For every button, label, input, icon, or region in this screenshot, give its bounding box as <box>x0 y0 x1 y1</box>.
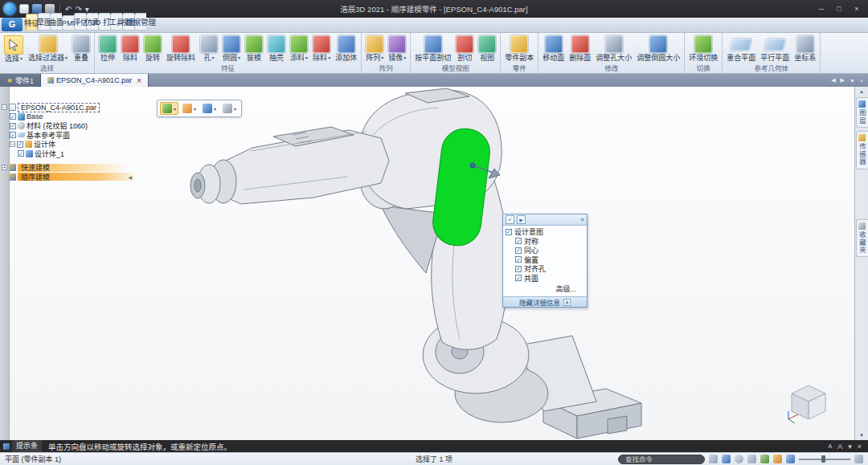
expand-toggle[interactable]: + <box>2 165 7 170</box>
fit-view-icon[interactable] <box>709 455 718 463</box>
checkbox[interactable]: ✓ <box>515 275 522 281</box>
minimize-button[interactable]: ─ <box>813 2 829 15</box>
dock-panel-icon[interactable]: » <box>581 216 584 223</box>
font-increase-icon[interactable]: A <box>837 443 842 451</box>
select-button[interactable]: 选择▾ <box>2 35 26 63</box>
redo-icon[interactable]: ↷ <box>75 5 81 14</box>
tab-surface[interactable]: 曲面 <box>50 13 62 31</box>
hole-button[interactable]: 孔▾ <box>198 35 220 63</box>
settings-tool-button[interactable]: ▾ <box>220 102 239 115</box>
collapse-toggle[interactable]: − <box>10 141 15 147</box>
option-coplanar[interactable]: ✓ 共面 <box>506 274 584 283</box>
ordered-modeling-bar[interactable]: 顺序建模 ◀ <box>18 173 135 181</box>
checkbox[interactable]: ✓ <box>515 238 522 244</box>
collapse-arrow-icon[interactable]: ◀ <box>128 174 132 180</box>
resize-hole-button[interactable]: 调整孔大小 <box>593 35 634 63</box>
window-layout-icon[interactable] <box>854 455 863 463</box>
new-document-icon[interactable] <box>19 4 29 14</box>
prompt-menu-icon[interactable]: ▾ <box>848 443 852 451</box>
visibility-checkbox[interactable]: ✓ <box>18 150 24 157</box>
tab-scroll-left-icon[interactable]: ◀ <box>831 77 835 84</box>
tree-row-reference-planes[interactable]: ✓ 基本参考平面 <box>2 131 177 141</box>
tree-root-label[interactable]: EPSON_C4-A901C.par <box>18 103 100 112</box>
tree-row-root[interactable]: − EPSON_C4-A901C.par <box>2 103 177 112</box>
prompt-close-icon[interactable]: × <box>858 443 862 451</box>
section-button[interactable]: 剖切 <box>453 35 476 63</box>
option-symmetry[interactable]: ✓ 对称 <box>506 237 584 247</box>
tree-row-ordered-modeling[interactable]: 顺序建模 ◀ <box>2 173 177 182</box>
design-intent-header[interactable]: ✓ ▶ » <box>503 214 587 226</box>
visibility-checkbox[interactable]: ✓ <box>10 123 16 129</box>
font-decrease-icon[interactable]: A <box>829 443 833 449</box>
tab-list-icon[interactable]: ▼ <box>850 78 855 84</box>
display-options-icon[interactable] <box>786 455 795 463</box>
add-body-button[interactable]: 添加体 <box>333 35 359 63</box>
revolved-cut-button[interactable]: 旋转除料 <box>164 35 198 63</box>
scroll-down-icon[interactable]: ▼ <box>859 430 864 440</box>
view-button[interactable]: 视图 <box>476 35 498 63</box>
zoom-icon[interactable] <box>735 455 743 463</box>
part-copy-button[interactable]: 零件副本 <box>502 35 536 63</box>
parallel-plane-button[interactable]: 平行平面 <box>758 35 792 63</box>
command-search-input[interactable] <box>618 455 705 464</box>
visibility-checkbox[interactable]: ✓ <box>10 113 16 120</box>
round-button[interactable]: 倒圆▾ <box>220 35 243 63</box>
clipboard-tool-button[interactable]: ▾ <box>180 102 199 115</box>
checkbox[interactable]: ✓ <box>515 247 522 254</box>
section-by-plane-button[interactable]: 按平面剖切 <box>412 35 453 63</box>
play-button[interactable]: ▶ <box>517 215 526 224</box>
tree-row-design-body[interactable]: − ✓ 设计体 <box>2 140 177 149</box>
collapse-toggle[interactable]: − <box>2 104 7 110</box>
close-button[interactable]: × <box>849 2 865 15</box>
draft-button[interactable]: 拔模 <box>243 35 265 63</box>
sketch-tool-button[interactable]: ▾ <box>160 102 178 115</box>
shell-button[interactable]: 抽壳 <box>265 35 288 63</box>
document-tab-epson[interactable]: EPSON_C4-A901C.par × <box>41 74 149 87</box>
move-face-button[interactable]: 移动面 <box>540 35 567 63</box>
app-menu-button[interactable]: G <box>2 18 23 31</box>
scroll-up-icon[interactable]: ▲ <box>859 87 864 96</box>
design-intent-master-row[interactable]: ✓ 设计意图 <box>506 227 584 237</box>
visibility-checkbox[interactable]: ✓ <box>17 141 23 148</box>
mirror-button[interactable]: 镜像▾ <box>386 35 408 63</box>
tree-row-design-body-1[interactable]: ✓ 设计体_1 <box>2 149 177 159</box>
tab-favorites[interactable]: 收藏夹 <box>856 219 868 258</box>
option-aligned-holes[interactable]: ✓ 对齐孔 <box>506 264 584 274</box>
tab-bar-close-icon[interactable]: × <box>860 78 863 84</box>
visibility-checkbox[interactable]: ✓ <box>10 132 16 138</box>
delete-face-button[interactable]: 删除面 <box>567 35 593 63</box>
body-tool-button[interactable]: ▾ <box>200 102 219 115</box>
switch-environment-button[interactable]: 环境切换 <box>686 35 720 63</box>
hide-details-button[interactable]: 隐藏详细信息 ∧ <box>503 296 587 307</box>
tab-sensors[interactable]: 传感器 <box>856 131 868 169</box>
resize-round-button[interactable]: 调整倒圆大小 <box>634 35 682 63</box>
select-filter-button[interactable]: 选择过滤器▾ <box>26 35 70 63</box>
view-style-icon[interactable] <box>773 455 782 463</box>
revolve-button[interactable]: 旋转 <box>141 35 164 63</box>
tab-close-icon[interactable]: × <box>137 76 141 85</box>
tab-scroll-right-icon[interactable]: ▶ <box>841 77 845 84</box>
tab-data-management[interactable]: 数据管理 <box>134 13 146 31</box>
accept-button[interactable]: ✓ <box>506 215 514 224</box>
rotate-view-icon[interactable] <box>760 455 769 463</box>
checkbox[interactable]: ✓ <box>506 229 512 235</box>
qat-menu-icon[interactable]: ▾ <box>85 5 89 14</box>
view-cube[interactable] <box>782 377 833 424</box>
cut-button[interactable]: 除料 <box>119 35 141 63</box>
coincident-plane-button[interactable]: 重合平面 <box>724 35 758 63</box>
undo-icon[interactable]: ↶ <box>65 5 72 14</box>
quick-modeling-bar[interactable]: 快速建模 <box>18 164 127 172</box>
app-logo-icon[interactable] <box>3 2 16 15</box>
coordinate-system-button[interactable]: 坐标系 <box>792 35 818 63</box>
remove-material-button[interactable]: 除料▾ <box>310 35 333 63</box>
checkbox[interactable]: ✓ <box>515 266 522 272</box>
prompt-label[interactable]: 提示条 <box>12 440 42 452</box>
overlap-button[interactable]: 重叠 <box>70 35 92 63</box>
zoom-area-icon[interactable] <box>722 455 731 463</box>
add-material-button[interactable]: 添料▾ <box>288 35 310 63</box>
option-concentric[interactable]: ✓ 同心 <box>506 246 584 255</box>
pan-icon[interactable] <box>747 455 756 463</box>
tab-layers[interactable]: 图层 <box>856 97 868 128</box>
zoom-slider-handle[interactable] <box>821 455 825 463</box>
advanced-link[interactable]: 高级... <box>506 283 584 296</box>
